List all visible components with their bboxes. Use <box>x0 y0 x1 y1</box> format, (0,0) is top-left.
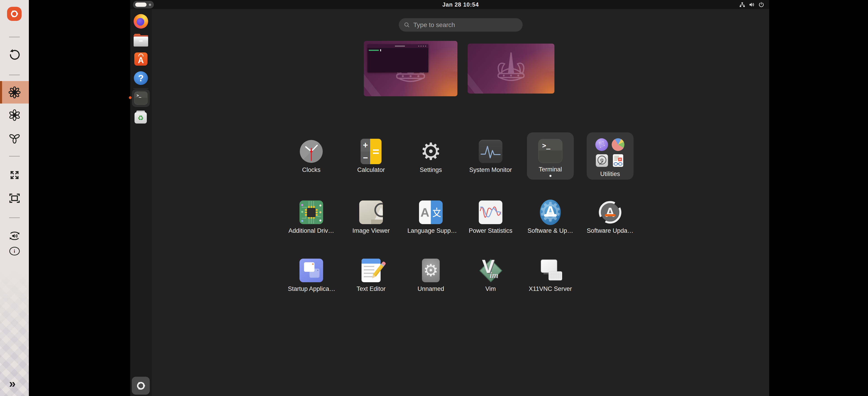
workspace-indicator[interactable] <box>133 1 154 8</box>
selected-tool-stripe <box>0 81 2 103</box>
text-editor-icon <box>358 258 384 283</box>
crown-watermark <box>487 49 535 90</box>
power-icon[interactable] <box>758 2 764 8</box>
app-unnamed[interactable]: ⚙ Unnamed <box>407 251 454 299</box>
app-label: Settings <box>407 166 454 173</box>
firefox-icon[interactable] <box>134 14 148 29</box>
app-label: Calculator <box>348 166 395 173</box>
show-apps-button[interactable] <box>132 377 150 395</box>
terminal-dock-tile[interactable]: >_ <box>132 89 150 107</box>
flower-6-icon <box>9 109 20 121</box>
app-label: Image Viewer <box>348 227 395 234</box>
terminal-caret <box>380 49 381 51</box>
volume-icon[interactable] <box>749 2 755 8</box>
ubuntu-logo-icon[interactable] <box>7 7 22 21</box>
app-label: Software & Up… <box>527 227 574 234</box>
workspace-thumbnail-2[interactable] <box>468 43 554 94</box>
workspace-dot <box>149 4 151 6</box>
info-button[interactable]: i <box>0 246 29 256</box>
app-label: Terminal <box>527 166 574 173</box>
clocks-icon <box>299 139 324 164</box>
undo-icon <box>8 48 21 61</box>
app-label: X11VNC Server <box>527 286 574 292</box>
screenshot-frame-icon <box>8 192 21 204</box>
app-label: Power Statistics <box>467 227 514 234</box>
tool-trefoil-button[interactable] <box>0 132 29 144</box>
search-placeholder: Type to search <box>413 21 455 29</box>
app-system-monitor[interactable]: System Monitor <box>467 132 514 180</box>
pie-chart-icon <box>612 138 624 151</box>
tool-flower8-button[interactable] <box>0 81 29 103</box>
info-icon: i <box>9 247 20 256</box>
app-power-statistics[interactable]: Power Statistics <box>467 193 514 241</box>
app-label: Text Editor <box>348 286 395 292</box>
toolbar-divider <box>9 37 20 37</box>
utilities-folder-preview <box>595 138 625 167</box>
audio-sync-button[interactable] <box>0 230 29 242</box>
active-workspace-pill <box>135 2 147 7</box>
app-settings[interactable]: ⚙ Settings <box>407 132 454 180</box>
audio-sync-icon <box>8 230 21 242</box>
chinese-character-icon <box>431 200 443 224</box>
app-label: Startup Applica… <box>288 286 335 292</box>
additional-drivers-icon <box>299 200 324 225</box>
app-vim[interactable]: V im Vim <box>467 251 514 299</box>
flower-8-icon <box>9 87 21 98</box>
app-text-editor[interactable]: Text Editor <box>348 251 395 299</box>
software-updater-icon: A <box>597 200 623 225</box>
software-updates-icon: ⚙ A <box>538 200 563 225</box>
app-label: Language Supp… <box>407 227 454 234</box>
toolbar-divider <box>9 156 20 157</box>
undo-button[interactable] <box>0 48 29 62</box>
document-viewer-icon <box>613 154 623 167</box>
app-calculator[interactable]: + − = Calculator <box>348 132 395 180</box>
app-software-updater[interactable]: A Software Upda… <box>587 193 633 241</box>
terminal-running-dot <box>550 175 552 177</box>
help-icon[interactable]: ? <box>134 71 148 86</box>
window-buttons <box>418 46 427 46</box>
viewer-toolbar: i » <box>0 0 29 396</box>
globe-sphere-icon <box>595 138 608 151</box>
workspace-thumbnail-1[interactable] <box>364 41 457 96</box>
app-clocks[interactable]: Clocks <box>288 132 335 180</box>
terminal-icon: >_ <box>134 92 148 105</box>
clock[interactable]: Jan 28 10:54 <box>442 0 479 9</box>
gnome-top-bar: Jan 28 10:54 <box>130 0 769 9</box>
folder-label: Utilities <box>587 170 633 177</box>
settings-gear-icon: ⚙ <box>418 139 443 164</box>
app-label: Vim <box>467 286 514 292</box>
app-x11vnc-server[interactable]: X11VNC Server <box>527 251 574 299</box>
fullscreen-button[interactable] <box>0 169 29 181</box>
trash-icon[interactable]: ♻ <box>134 110 148 125</box>
toolbar-divider <box>9 218 20 218</box>
app-label: Clocks <box>288 166 335 173</box>
collapse-chevron-button[interactable]: » <box>8 377 17 390</box>
app-language-support[interactable]: A Language Supp… <box>407 193 454 241</box>
app-image-viewer[interactable]: Image Viewer <box>348 193 395 241</box>
trefoil-icon <box>9 132 20 143</box>
system-monitor-icon <box>478 139 503 164</box>
terminal-window-thumbnail[interactable] <box>367 44 428 72</box>
terminal-icon: >_ <box>538 138 563 164</box>
ubuntu-logo-icon <box>135 380 146 391</box>
search-input[interactable]: Type to search <box>399 18 523 32</box>
generic-gear-icon: ⚙ <box>418 258 443 283</box>
app-center-icon[interactable]: A <box>134 52 148 66</box>
dock-divider <box>133 88 148 89</box>
app-additional-drivers[interactable]: Additional Driv… <box>288 193 335 241</box>
power-statistics-icon <box>478 200 503 225</box>
expand-arrows-icon <box>9 169 21 181</box>
screenshot-frame-button[interactable] <box>0 192 29 205</box>
app-startup-applications[interactable]: Startup Applica… <box>288 251 335 299</box>
files-icon[interactable] <box>134 33 148 47</box>
tool-flower6-button[interactable] <box>0 109 29 121</box>
folder-utilities[interactable]: Utilities <box>587 132 633 179</box>
app-label: Additional Driv… <box>288 227 335 234</box>
app-software-updates[interactable]: ⚙ A Software & Up… <box>527 193 574 241</box>
app-terminal[interactable]: >_ Terminal <box>527 132 574 179</box>
app-label: System Monitor <box>467 166 514 173</box>
remote-desktop: Jan 28 10:54 <box>130 0 769 396</box>
network-wired-icon[interactable] <box>739 2 745 8</box>
startup-applications-icon <box>299 258 324 283</box>
hard-disk-icon <box>596 154 608 167</box>
